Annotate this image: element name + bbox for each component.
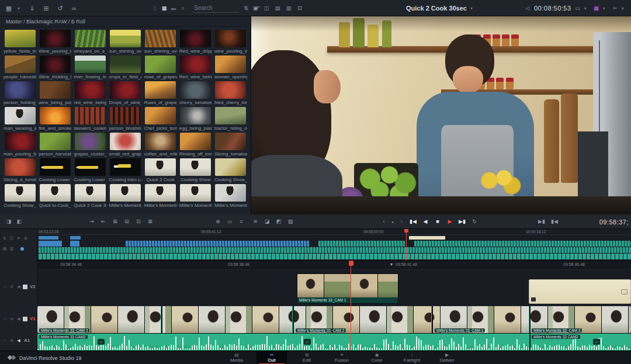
track-header-v1[interactable]: ○ ⊘ ◀ V1 (0, 316, 37, 321)
clip-thumbnail[interactable] (145, 56, 176, 73)
clip-thumbnail[interactable] (180, 107, 211, 124)
tab-media[interactable]: ▤ Media (221, 351, 252, 364)
v1-clip-strip[interactable]: Millie's Moments 33_CAM 3 Millie's Momen… (37, 306, 631, 333)
link-clips-icon[interactable]: ∞ (69, 3, 79, 13)
clip-thumbnail[interactable] (180, 81, 211, 99)
play-reverse-button[interactable]: ◀ (421, 218, 429, 226)
track-header-v2[interactable]: ○ ⊘ ◀ V2 (0, 284, 37, 289)
jog-control[interactable]: ‹ ● › (380, 214, 405, 229)
clip-thumbnail[interactable] (180, 56, 211, 73)
media-clip[interactable]: Cooking Lower Thi... (72, 158, 108, 182)
multicam-chevron-icon[interactable]: ▾ (603, 6, 609, 11)
media-clip[interactable]: cherry_tomatoes_... (178, 81, 213, 105)
track-lock-icon[interactable]: ⊘ (9, 317, 15, 321)
track-monitor-icon[interactable]: ○ (2, 285, 8, 289)
clip-thumbnail[interactable] (40, 158, 71, 176)
media-clip[interactable]: fried_cherry_toma... (213, 81, 248, 105)
camera-icon[interactable]: ⊡ (296, 4, 304, 12)
clip-thumbnail[interactable] (145, 184, 176, 202)
clip-thumbnail[interactable] (75, 107, 106, 124)
tab-color[interactable]: ◉ Color (362, 351, 392, 364)
fast-review-icon[interactable]: ◫ (262, 4, 271, 12)
media-clip[interactable]: Cooking Show_ (213, 158, 248, 182)
clip-boundary[interactable] (529, 334, 531, 351)
media-clip[interactable]: Red_wine_being_p... (178, 56, 213, 79)
media-clip[interactable]: yellow_fields_in_bl... (2, 30, 37, 54)
media-clip[interactable]: wine_pouring_into... (213, 30, 248, 54)
overview-clip[interactable] (414, 241, 631, 247)
title-clip[interactable]: ↔ (529, 279, 631, 304)
source-overwrite-icon[interactable]: ⊠ (146, 218, 154, 226)
media-clip[interactable]: woman_opening_... (213, 56, 248, 79)
media-clip[interactable]: Millie's Moments ... (213, 184, 248, 208)
place-on-top-icon[interactable]: ⊡ (134, 218, 143, 226)
media-clip[interactable]: skewers_cooking_... (72, 107, 108, 131)
media-pool-icon[interactable]: ▦ (4, 3, 14, 13)
clip-boundary[interactable] (431, 306, 433, 333)
clip-thumbnail[interactable] (5, 56, 36, 73)
overview-content[interactable]: 09:53:22:2809:55:41:1209:58:00:0010:00:1… (37, 229, 631, 261)
overview-clip[interactable] (39, 236, 58, 240)
clip-thumbnail[interactable] (40, 30, 71, 47)
audio-mixer-icon[interactable]: ≋ (251, 218, 259, 226)
clip-thumbnail[interactable] (40, 81, 71, 99)
append-icon[interactable]: ⇤ (99, 218, 108, 226)
close-up-icon[interactable]: ⊟ (123, 218, 131, 226)
import-media-icon[interactable]: ⇓ (27, 3, 37, 13)
clip-boundary[interactable] (292, 306, 294, 333)
clip-thumbnail[interactable] (5, 107, 36, 124)
clip-thumbnail[interactable] (145, 158, 176, 176)
prev-edit-icon[interactable]: ▮◀ (550, 218, 559, 226)
jog-left-icon[interactable]: ‹ (380, 218, 388, 226)
viewer-mode-icon[interactable]: ▭ (574, 4, 582, 12)
overview-icon-e[interactable]: ▤ (2, 247, 8, 251)
media-clip[interactable]: grapes_cluster_on... (72, 133, 108, 157)
media-clip[interactable]: Quick 2 Cook 30sec (72, 184, 108, 208)
overview-clip[interactable] (39, 254, 631, 259)
clip-thumbnail[interactable] (215, 81, 246, 99)
media-clip[interactable]: Millie's Moments ... (108, 184, 143, 208)
last-frame-button[interactable]: ▶▮ (458, 218, 466, 226)
split-clip-icon[interactable]: ✂ (611, 4, 619, 12)
clip-thumbnail[interactable] (145, 81, 176, 99)
media-clip[interactable]: Wine_trickling_fro... (37, 56, 72, 79)
media-clip[interactable]: Red_wine_drippin... (178, 30, 213, 54)
clip-thumbnail[interactable] (110, 56, 141, 73)
jog-dot-icon[interactable]: ● (389, 218, 397, 226)
loop-button[interactable]: ↻ (470, 218, 479, 226)
snapping-icon[interactable]: ⊕ (214, 218, 222, 226)
mixer-mini-icon[interactable]: ◧ (15, 218, 23, 226)
media-clip[interactable]: Rows_of_grape_tr... (143, 81, 178, 105)
clip-thumbnail[interactable] (40, 107, 71, 124)
clip-thumbnail[interactable] (110, 158, 141, 176)
overview-ruler[interactable]: 09:53:22:2809:55:41:1209:58:00:0010:00:1… (37, 229, 631, 235)
import-folder-icon[interactable]: ⊞ (41, 3, 51, 13)
clip-thumbnail[interactable] (180, 184, 211, 202)
multicam-icon[interactable]: ▦ (592, 4, 601, 12)
overview-icon-b[interactable]: ◫ (9, 236, 15, 241)
viewer-mode-chevron-icon[interactable]: ▾ (584, 6, 590, 11)
track-mute-icon[interactable]: ◀ (16, 285, 22, 289)
clip-thumbnail[interactable] (40, 184, 71, 202)
clip-thumbnail[interactable] (75, 56, 106, 73)
timeline-ruler[interactable]: ▾ 09:58:34.4809:58:38.4809:58:42.4809:58… (37, 261, 631, 270)
clip-thumbnail[interactable] (145, 107, 176, 124)
strip-view-icon[interactable]: ▯ (151, 4, 159, 12)
media-clip[interactable]: sun_shining_over_... (143, 30, 178, 54)
clip-thumbnail[interactable] (180, 30, 211, 47)
overview-icon-d[interactable]: ⊕ (23, 236, 29, 241)
tab-deliver[interactable]: ▶ Deliver (432, 351, 462, 364)
clip-thumbnail[interactable] (215, 184, 246, 202)
clip-thumbnail[interactable] (75, 30, 106, 47)
media-clip[interactable]: sun_shining_over_... (108, 30, 143, 54)
track-lock-icon[interactable]: ⊘ (9, 285, 15, 289)
media-clip[interactable]: Slicing_tomatoes_... (213, 133, 248, 157)
media-pool-chevron-icon[interactable]: ▾ (18, 6, 23, 11)
timeline-content[interactable]: ▾ 09:58:34.4809:58:38.4809:58:42.4809:58… (37, 261, 631, 351)
clip-thumbnail[interactable] (5, 133, 36, 150)
timeline-playhead[interactable] (351, 261, 351, 351)
media-clip[interactable]: Chef_picks_tomat... (143, 107, 178, 131)
clip-thumbnail[interactable] (215, 133, 246, 150)
timeline-panel[interactable]: ○ ⊘ ◀ V2 ○ ⊘ ◀ V1 ○ ⊘ ◀ A1 ▾ (0, 261, 631, 351)
overview-playhead[interactable] (406, 229, 407, 261)
